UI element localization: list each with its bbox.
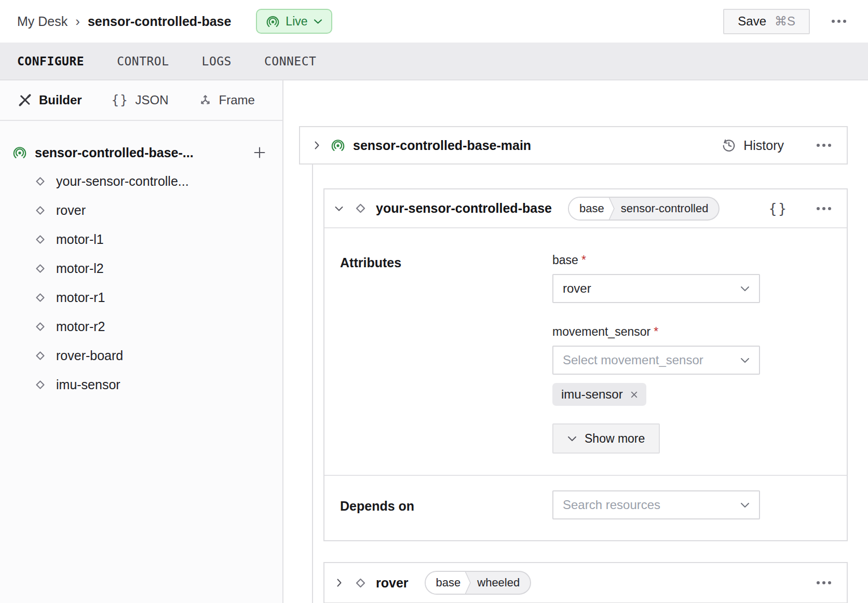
tree-item-motor-l1[interactable]: motor-l1	[12, 225, 270, 254]
tree-item-rover[interactable]: rover	[12, 196, 270, 225]
live-status-label: Live	[286, 15, 307, 29]
base-select-value: rover	[563, 281, 591, 296]
component-diamond-icon	[33, 349, 47, 363]
chevron-down-icon	[314, 19, 322, 24]
component-diamond-icon	[33, 320, 47, 334]
breadcrumb-separator-icon: ›	[75, 13, 80, 30]
view-tab-frame[interactable]: Frame	[198, 93, 255, 107]
resource-card-your-sensor-controlled-base: your-sensor-controlled-base base sensor-…	[323, 188, 848, 541]
tree-part-name: sensor-controlled-base-...	[35, 145, 249, 160]
resource-card-title: your-sensor-controlled-base	[376, 201, 552, 216]
selected-sensors: imu-sensor	[552, 383, 760, 406]
view-tab-json-label: JSON	[135, 93, 169, 107]
part-card-more-icon[interactable]	[813, 141, 834, 150]
tab-connect[interactable]: CONNECT	[264, 54, 316, 68]
component-diamond-icon	[353, 201, 368, 216]
part-connector-line	[312, 165, 313, 603]
tab-logs[interactable]: LOGS	[202, 54, 232, 68]
field-base: base* rover	[552, 253, 760, 303]
tree-item-motor-r1[interactable]: motor-r1	[12, 283, 270, 312]
expand-chevron-right-icon[interactable]	[310, 139, 323, 152]
movement-sensor-select[interactable]: Select movement_sensor	[552, 346, 760, 375]
field-base-label: base*	[552, 253, 760, 267]
chevron-down-icon	[567, 436, 577, 442]
tree-item-imu-sensor[interactable]: imu-sensor	[12, 370, 270, 399]
component-diamond-icon	[33, 291, 47, 305]
imu-sensor-tag-label: imu-sensor	[561, 387, 623, 402]
history-clock-icon	[721, 138, 737, 153]
show-more-label: Show more	[585, 432, 645, 446]
resource-tree: sensor-controlled-base-... your-sensor-c…	[0, 121, 282, 399]
live-status-dropdown[interactable]: Live	[256, 9, 332, 34]
history-button[interactable]: History	[721, 138, 784, 153]
view-tab-builder[interactable]: Builder	[18, 93, 82, 107]
view-tab-builder-label: Builder	[39, 93, 82, 107]
viam-configure-page: My Desk › sensor-controlled-base Live Sa…	[0, 0, 868, 603]
collapse-chevron-down-icon[interactable]	[333, 202, 345, 215]
breadcrumb-parent[interactable]: My Desk	[17, 14, 67, 29]
remove-tag-icon[interactable]	[630, 390, 639, 399]
config-sidebar: Builder {} JSON Frame	[0, 80, 283, 603]
chevron-down-icon	[740, 358, 750, 363]
broadcast-icon	[12, 145, 27, 160]
chevron-down-icon	[740, 502, 750, 508]
badge-api-segment: base	[569, 198, 607, 220]
attributes-section: Attributes base* rover	[324, 228, 847, 475]
imu-sensor-tag: imu-sensor	[552, 383, 646, 406]
resource-card-more-icon[interactable]	[813, 204, 834, 213]
badge-api-segment: base	[426, 572, 464, 594]
view-tab-json[interactable]: {} JSON	[112, 93, 169, 107]
component-diamond-icon	[33, 262, 47, 276]
required-asterisk: *	[581, 253, 586, 267]
save-button-label: Save	[738, 14, 766, 29]
rover-card-title: rover	[376, 575, 409, 591]
tree-item-your-sensor-controlled-base[interactable]: your-sensor-controlle...	[12, 167, 270, 196]
builder-tools-icon	[18, 93, 32, 107]
api-model-badge: base sensor-controlled	[568, 197, 720, 221]
tree-item-motor-r2[interactable]: motor-r2	[12, 312, 270, 341]
attributes-heading: Attributes	[340, 253, 552, 454]
show-more-button[interactable]: Show more	[552, 423, 660, 454]
required-asterisk: *	[654, 325, 658, 338]
tree-item-motor-l2[interactable]: motor-l2	[12, 254, 270, 283]
part-card: sensor-controlled-base-main History	[299, 126, 848, 165]
rover-card-more-icon[interactable]	[813, 578, 834, 587]
top-header: My Desk › sensor-controlled-base Live Sa…	[0, 0, 868, 43]
depends-on-select[interactable]: Search resources	[552, 490, 760, 519]
component-diamond-icon	[33, 203, 47, 217]
view-tab-frame-label: Frame	[219, 93, 255, 107]
expand-chevron-right-icon[interactable]	[333, 577, 345, 589]
depends-on-heading: Depends on	[340, 490, 552, 519]
sidebar-view-tabs: Builder {} JSON Frame	[0, 80, 282, 121]
component-diamond-icon	[353, 575, 368, 591]
tree-item-rover-board[interactable]: rover-board	[12, 341, 270, 370]
badge-model-segment: sensor-controlled	[616, 198, 719, 220]
api-model-badge: base wheeled	[425, 571, 532, 595]
machine-nav-tabs: CONFIGURE CONTROL LOGS CONNECT	[0, 43, 868, 80]
badge-chevron-divider	[607, 198, 616, 220]
movement-sensor-placeholder: Select movement_sensor	[563, 353, 703, 367]
tab-configure[interactable]: CONFIGURE	[17, 54, 84, 68]
resource-card-rover: rover base wheeled	[323, 562, 848, 603]
broadcast-icon	[266, 15, 280, 29]
component-diamond-icon	[33, 174, 47, 188]
part-card-title: sensor-controlled-base-main	[353, 138, 531, 153]
curly-braces-icon: {}	[112, 93, 129, 107]
header-more-icon[interactable]	[829, 17, 849, 26]
config-main-panel: sensor-controlled-base-main History	[283, 80, 868, 603]
add-component-icon[interactable]	[249, 142, 270, 163]
tree-part-row[interactable]: sensor-controlled-base-...	[12, 139, 270, 167]
field-movement-sensor: movement_sensor* Select movement_sensor	[552, 325, 760, 406]
component-diamond-icon	[33, 232, 47, 246]
tab-control[interactable]: CONTROL	[117, 54, 169, 68]
save-shortcut-hint: ⌘S	[775, 14, 795, 29]
field-movement-sensor-label: movement_sensor*	[552, 325, 760, 339]
broadcast-icon	[331, 138, 345, 153]
badge-model-segment: wheeled	[472, 572, 530, 594]
depends-on-placeholder: Search resources	[563, 498, 660, 512]
save-button[interactable]: Save ⌘S	[723, 9, 810, 34]
chevron-down-icon	[740, 286, 750, 292]
json-toggle-icon[interactable]: {}	[769, 201, 788, 216]
base-select[interactable]: rover	[552, 274, 760, 303]
breadcrumb-machine-name: sensor-controlled-base	[88, 14, 231, 29]
